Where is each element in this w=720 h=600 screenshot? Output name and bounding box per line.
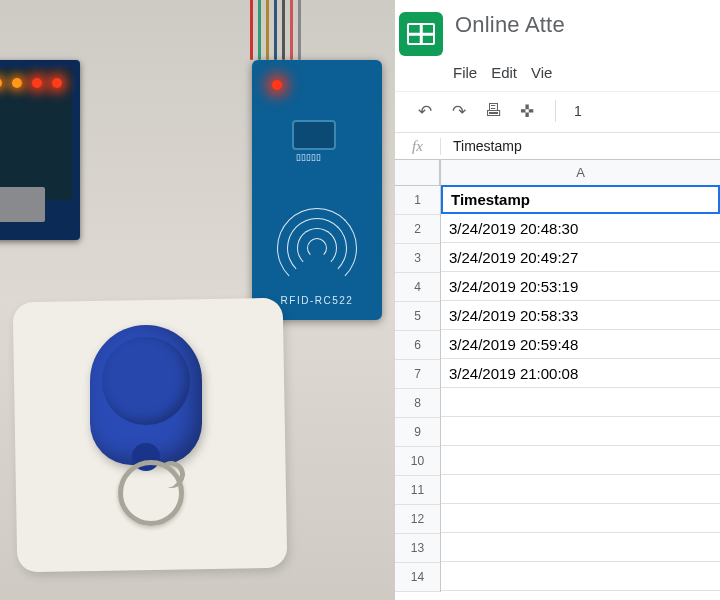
paint-format-icon[interactable]: ✜: [517, 101, 537, 121]
row-header[interactable]: 12: [395, 505, 440, 534]
row-header[interactable]: 7: [395, 360, 440, 389]
formula-input[interactable]: Timestamp: [441, 138, 522, 154]
row-header[interactable]: 3: [395, 244, 440, 273]
row-header[interactable]: 4: [395, 273, 440, 302]
chip-icon: [292, 120, 336, 150]
cell[interactable]: [441, 388, 720, 417]
toolbar-divider: [555, 100, 556, 122]
cell[interactable]: 3/24/2019 20:48:30: [441, 214, 720, 243]
led-icon: [32, 78, 42, 88]
cell[interactable]: [441, 562, 720, 591]
arduino-board: [0, 60, 80, 240]
cell[interactable]: 3/24/2019 20:59:48: [441, 330, 720, 359]
row-header[interactable]: 1: [395, 186, 440, 215]
cell[interactable]: 3/24/2019 20:58:33: [441, 301, 720, 330]
row-header[interactable]: 8: [395, 389, 440, 418]
formula-bar: fx Timestamp: [395, 132, 720, 160]
led-icon: [52, 78, 62, 88]
zoom-dropdown[interactable]: 1: [574, 103, 582, 119]
column-header-a[interactable]: A: [441, 160, 720, 186]
cell[interactable]: [441, 475, 720, 504]
redo-icon[interactable]: ↷: [449, 101, 469, 121]
fx-icon[interactable]: fx: [395, 138, 441, 155]
rfid-reader: RFID-RC522: [252, 60, 382, 320]
cell[interactable]: 3/24/2019 21:00:08: [441, 359, 720, 388]
row-header[interactable]: 13: [395, 534, 440, 563]
cell[interactable]: [441, 504, 720, 533]
hardware-photo: RFID-RC522: [0, 0, 395, 600]
row-header[interactable]: 6: [395, 331, 440, 360]
spreadsheet-grid[interactable]: 1 2 3 4 5 6 7 8 9 10 11 12 13 14 A Times…: [395, 160, 720, 592]
cell[interactable]: [441, 533, 720, 562]
rfid-waves-icon: [276, 178, 358, 278]
print-icon[interactable]: 🖶: [483, 101, 503, 121]
active-cell[interactable]: Timestamp: [441, 185, 720, 214]
menu-edit[interactable]: Edit: [491, 64, 517, 81]
menu-bar: File Edit Vie: [395, 58, 720, 91]
toolbar: ↶ ↷ 🖶 ✜ 1: [395, 91, 720, 132]
row-header[interactable]: 14: [395, 563, 440, 592]
led-icon: [272, 80, 282, 90]
doc-title[interactable]: Online Atte: [455, 12, 565, 38]
select-all-corner[interactable]: [395, 160, 440, 186]
row-header[interactable]: 5: [395, 302, 440, 331]
cell[interactable]: [441, 446, 720, 475]
row-header[interactable]: 10: [395, 447, 440, 476]
row-header[interactable]: 9: [395, 418, 440, 447]
keyring-icon: [118, 460, 184, 526]
led-icon: [0, 78, 2, 88]
cell[interactable]: [441, 417, 720, 446]
menu-view[interactable]: Vie: [531, 64, 552, 81]
led-icon: [12, 78, 22, 88]
sd-slot: [0, 187, 45, 222]
rfid-keyfob: [90, 325, 202, 465]
google-sheets-icon[interactable]: [399, 12, 443, 56]
row-header[interactable]: 11: [395, 476, 440, 505]
undo-icon[interactable]: ↶: [415, 101, 435, 121]
wires: [240, 0, 395, 60]
row-header[interactable]: 2: [395, 215, 440, 244]
cell[interactable]: 3/24/2019 20:49:27: [441, 243, 720, 272]
cell[interactable]: 3/24/2019 20:53:19: [441, 272, 720, 301]
menu-file[interactable]: File: [453, 64, 477, 81]
google-sheets-window: Online Atte File Edit Vie ↶ ↷ 🖶 ✜ 1 fx T…: [395, 0, 720, 600]
